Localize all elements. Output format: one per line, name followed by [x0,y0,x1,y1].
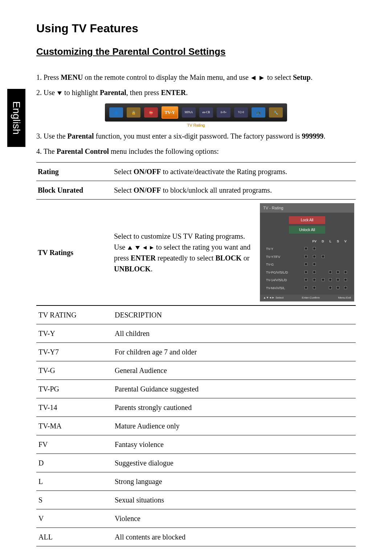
triangle-right-icon [259,75,265,81]
content-body: 1. Press MENU on the remote control to d… [36,72,356,546]
subsection-title: Customizing the Parental Control Setting… [36,46,356,57]
svg-marker-4 [135,246,140,250]
menu-strip-caption: TV Rating [187,122,205,128]
menu-icon: fr-8+ [217,107,230,118]
language-tab: English [7,89,25,147]
option-row-tv-ratings: TV Ratings Select to customize US TV Rat… [36,200,356,305]
svg-marker-6 [150,246,154,250]
menu-icon: 🔧 [269,107,283,118]
table-row: ALLAll contents are blocked [36,528,356,546]
triangle-down-icon [57,91,62,96]
section-title: Using TV Features [36,22,356,35]
table-row: TV-MAMature Audience only [36,417,356,435]
table-row: TV-PGParental Guidance suggested [36,380,356,398]
lock-all-button: Lock All [289,216,325,224]
unlock-all-button: Unlock All [289,226,325,234]
option-row-rating: Rating Select ON/OFF to activate/deactiv… [36,163,356,181]
menu-icon: MPAA [182,107,196,118]
step-1: 1. Press MENU on the remote control to d… [36,72,356,83]
menu-icon: 👤 [109,107,123,118]
table-row: SSexual situations [36,491,356,509]
triangle-left-icon [142,246,147,250]
step-4: 4. The Parental Control menu includes th… [36,146,356,157]
table-header: TV RATING [36,306,113,324]
menu-icon: ⛔ [144,107,158,118]
menu-icon: en-CB [199,107,213,118]
table-row: DSuggestive dialogue [36,454,356,472]
svg-marker-3 [128,246,132,250]
menu-icon: 🔒 [127,107,140,118]
tv-rating-panel-image: TV - Rating Lock All Unlock All FVDLSVTV… [260,203,354,301]
svg-marker-0 [251,76,256,80]
table-row: FVFantasy violence [36,435,356,454]
triangle-up-icon [127,246,133,250]
option-row-block-unrated: Block Unrated Select ON/OFF to block/unl… [36,181,356,200]
step-2: 2. Use to highlight Parental, then press… [36,87,356,98]
table-row: VViolence [36,509,356,528]
menu-icon: 📺 [252,107,265,118]
triangle-right-icon [149,246,154,250]
table-row: TV-14Parents strongly cautioned [36,398,356,417]
svg-marker-2 [57,91,62,95]
options-table: Rating Select ON/OFF to activate/deactiv… [36,162,356,305]
menu-icon: V2-0 [234,107,248,118]
svg-marker-1 [260,76,264,80]
table-header: DESCRIPTION [113,306,356,324]
triangle-down-icon [135,246,140,250]
table-row: LStrong language [36,472,356,491]
table-row: TV-Y7For children age 7 and older [36,343,356,361]
table-row: TV-GGeneral Audience [36,361,356,380]
step-3: 3. Use the Parental function, you must e… [36,131,356,141]
triangle-left-icon [250,75,257,81]
menu-icon-active: TV-Y [162,106,178,119]
menu-strip-image: 👤 🔒 ⛔ TV-Y MPAA en-CB fr-8+ V2-0 📺 🔧 TV … [36,103,356,122]
table-row: TV-YAll children [36,324,356,343]
svg-marker-5 [143,246,147,250]
ratings-description-table: TV RATINGDESCRIPTIONTV-YAll childrenTV-Y… [36,305,356,546]
